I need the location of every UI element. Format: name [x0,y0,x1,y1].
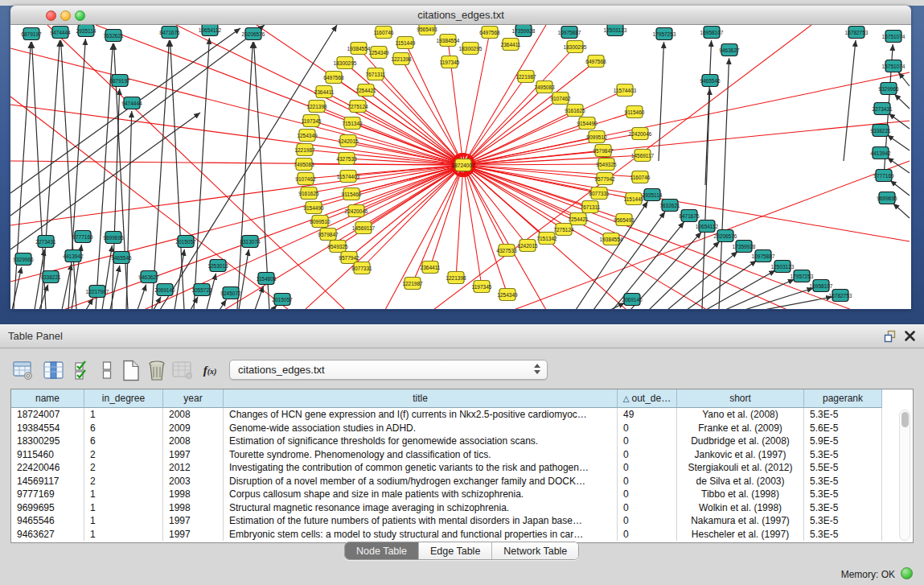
graph-node[interactable]: 19384554 [347,43,371,55]
table-row[interactable]: 977716911998Corpus callosum shape and si… [11,488,882,501]
graph-node[interactable]: 16782753 [845,27,869,39]
graph-node[interactable]: 1160746 [374,27,394,39]
graph-node[interactable]: 9107462 [550,93,571,105]
graph-node[interactable]: 18300295 [564,41,587,53]
graph-node[interactable]: 12503123 [604,25,627,36]
graph-node[interactable]: 1160746 [630,171,651,183]
graph-node[interactable]: 4327533 [496,245,517,257]
graph-node[interactable]: 1197345 [472,281,492,293]
graph-node[interactable]: 19384554 [437,35,460,47]
graph-node[interactable]: 14569117 [631,150,655,162]
graph-node[interactable]: 10975887 [558,27,581,39]
graph-node[interactable]: 9579847 [318,229,339,241]
table-settings-icon[interactable] [11,358,35,382]
graph-node[interactable]: 20206576 [242,28,265,40]
graph-node[interactable]: 2935114 [76,25,97,37]
graph-node[interactable]: 6497568 [585,56,606,68]
graph-node[interactable]: 18300295 [334,57,357,69]
graph-node[interactable]: 17957253 [791,270,814,282]
graph-node[interactable]: 2364411 [501,39,521,51]
graph-node[interactable]: 8099510 [310,216,331,228]
graph-node[interactable]: 2015057 [175,236,196,248]
graph-node[interactable]: 4413942 [63,250,84,262]
graph-node[interactable]: 9474444 [50,27,71,39]
graph-node[interactable]: 1242015 [338,135,359,147]
graph-node[interactable]: 7151342 [342,117,363,130]
graph-node[interactable]: 9338221 [870,125,891,137]
graph-node[interactable]: 9329966 [878,83,899,95]
graph-node[interactable]: 1221398 [446,272,466,284]
graph-node[interactable]: 9329966 [13,253,34,266]
graph-node[interactable]: 9549325 [327,241,348,253]
graph-node[interactable]: 2364411 [421,262,441,274]
graph-node[interactable]: 22420046 [345,205,368,217]
tab-node-table[interactable]: Node Table [345,542,419,560]
graph-node[interactable]: 7254421 [355,84,376,97]
graph-node[interactable]: 2273431 [35,236,56,248]
graph-node[interactable]: 16782753 [829,290,852,302]
graph-node[interactable]: 2069140 [622,294,643,306]
graph-node[interactable]: 6497568 [479,27,500,39]
graph-node[interactable]: 1197345 [302,115,322,127]
graph-node[interactable]: 7632621 [103,30,124,42]
graph-node[interactable]: 1221987 [402,278,423,290]
column-header-title[interactable]: title [224,389,618,408]
citation-graph[interactable]: 1872400719384554183002956497568236441112… [10,25,911,309]
new-document-icon[interactable] [119,358,143,382]
graph-node[interactable]: 9777169 [72,231,93,243]
table-source-dropdown[interactable]: citations_edges.txt [229,360,548,380]
graph-node[interactable]: 1254349 [497,289,518,301]
table-row[interactable]: 911546021997Tourette syndrome. Phenomeno… [11,448,882,462]
graph-node[interactable]: 22420046 [629,128,652,140]
graph-node[interactable]: 1242015 [517,240,538,252]
graph-node[interactable]: 9154490 [577,117,598,130]
graph-node[interactable]: 9565493 [614,214,634,226]
graph-node[interactable]: 18300295 [459,43,483,55]
graph-node[interactable]: 12217987 [86,286,109,298]
graph-node[interactable]: 9465546 [111,252,132,264]
graph-node[interactable]: 9245072 [220,287,241,299]
graph-node[interactable]: 12503123 [771,261,795,273]
graph-node[interactable]: 1254349 [297,130,318,142]
tab-network-table[interactable]: Network Table [492,542,578,560]
graph-node[interactable]: 9115460 [342,188,362,200]
graph-node[interactable]: 2069140 [154,284,175,296]
graph-node[interactable]: 7632621 [659,200,680,212]
graph-node[interactable]: 7275124 [347,101,368,113]
table-row[interactable]: 1456911722003Disruption of a novel membe… [11,475,882,488]
graph-node[interactable]: 2015057 [272,294,293,306]
column-header-short[interactable]: short [677,389,804,408]
graph-node[interactable]: 1221987 [515,71,536,83]
table-row[interactable]: 946554611997Estimation of the future num… [11,514,882,528]
memory-status-indicator[interactable] [901,567,913,579]
graph-node[interactable]: 1197345 [440,56,460,68]
delete-table-icon[interactable] [170,358,195,382]
graph-node[interactable]: 4413942 [870,147,891,159]
graph-node[interactable]: 6497568 [323,72,344,84]
clear-selection-icon[interactable] [95,358,119,382]
scrollbar-thumb[interactable] [901,412,909,427]
table-row[interactable]: 969969511998Structural magnetic resonanc… [11,501,882,515]
float-window-icon[interactable] [884,330,897,343]
graph-node[interactable]: 11574403 [337,171,360,183]
graph-node[interactable]: 9115460 [625,106,645,118]
column-header-in_degree[interactable]: in_degree [84,389,163,408]
graph-node[interactable]: 15751074 [882,60,906,72]
graph-node[interactable]: 8471676 [679,210,700,222]
graph-node[interactable]: 1055723 [191,284,212,296]
graph-node[interactable]: 9474444 [121,97,142,109]
graph-node[interactable]: 9107462 [295,173,316,185]
graph-node[interactable]: 7275124 [553,224,574,236]
graph-node[interactable]: 17359928 [512,25,536,37]
graph-node[interactable]: 10975887 [752,250,775,262]
graph-node[interactable]: 18724007 [452,159,475,171]
graph-node[interactable]: 9154490 [303,202,324,214]
graph-node[interactable]: 20206576 [714,230,737,242]
graph-node[interactable]: 8077331 [351,262,372,274]
network-window-titlebar[interactable]: citations_edges.txt [10,6,911,25]
graph-node[interactable]: 16958107 [810,280,833,292]
graph-node[interactable]: 1254349 [368,47,389,59]
graph-node[interactable]: 7151342 [536,233,557,245]
graph-node[interactable]: 9777169 [873,170,894,182]
close-panel-icon[interactable] [904,330,916,342]
